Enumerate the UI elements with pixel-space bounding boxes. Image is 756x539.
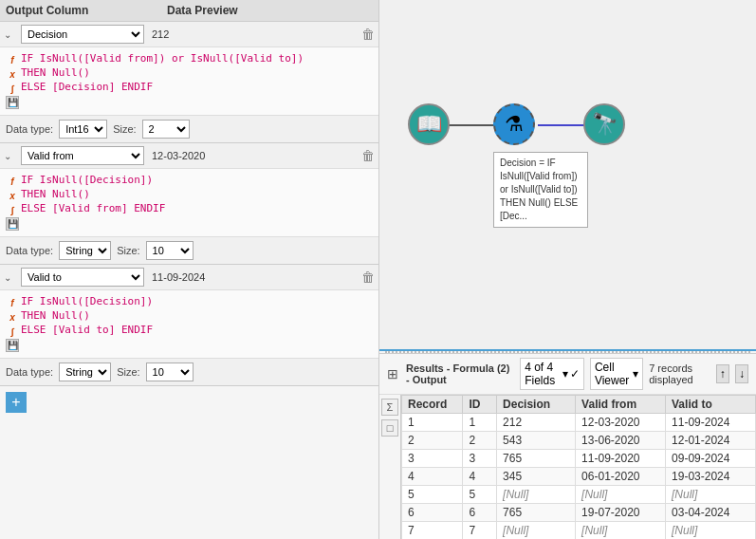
formula-block-validfrom: f x ∫ 💾 IF IsNull([Decision]) THEN Null(…: [0, 169, 378, 236]
cell-validfrom: 12-03-2020: [576, 414, 666, 432]
size-label-decision: Size:: [113, 123, 136, 135]
table-with-side: Σ □ Record ID Decision Valid from Valid …: [379, 395, 756, 539]
formula-text-1vf: IF IsNull([Decision]): [21, 173, 153, 187]
nav-down-button[interactable]: ↓: [735, 364, 748, 383]
left-panel: Output Column Data Preview ⌄ Decision 21…: [0, 0, 379, 539]
field-block-validto: ⌄ Valid to 11-09-2024 🗑 f x ∫ 💾 IF IsNul…: [0, 265, 378, 386]
checkbox-icon[interactable]: □: [381, 419, 398, 437]
formula-text-1a: IF IsNull([Valid from]) or IsNull([Valid…: [21, 51, 304, 65]
fields-dropdown[interactable]: 4 of 4 Fields ▾ ✓: [520, 358, 584, 390]
cell-record: 2: [402, 432, 463, 450]
cell-id: 1: [463, 414, 497, 432]
chevron-icon-decision[interactable]: ⌄: [4, 29, 17, 40]
type-row-validfrom: Data type: String Size: 10: [0, 236, 378, 264]
delete-btn-validfrom[interactable]: 🗑: [361, 148, 375, 163]
formula-text-2vf: THEN Null(): [21, 187, 90, 201]
field-row-validfrom: ⌄ Valid from 12-03-2020 🗑: [0, 143, 378, 169]
col-header-decision: Decision: [497, 396, 576, 414]
formula-icon-vf3: ∫: [6, 203, 19, 216]
table-header-row: Record ID Decision Valid from Valid to: [402, 396, 756, 414]
field-name-select-validto[interactable]: Valid to: [21, 268, 144, 287]
connector-formula-output: [538, 124, 585, 126]
cell-record: 4: [402, 468, 463, 486]
cell-validfrom: 11-09-2020: [576, 450, 666, 468]
chevron-icon-validto[interactable]: ⌄: [4, 272, 17, 283]
results-controls: 4 of 4 Fields ▾ ✓ Cell Viewer ▾ 7 record…: [520, 358, 748, 390]
formula-icon-vt2: x: [6, 310, 19, 324]
preview-value-validto: 11-09-2024: [152, 271, 205, 283]
field-name-select-decision[interactable]: Decision: [21, 25, 144, 44]
save-icon-decision[interactable]: 💾: [6, 96, 19, 109]
formula-block-validto: f x ∫ 💾 IF IsNull([Decision]) THEN Null(…: [0, 290, 378, 358]
table-row: 7 7 [Null] [Null] [Null]: [402, 522, 756, 540]
type-row-validto: Data type: String Size: 10: [0, 358, 378, 385]
fields-count: 4 of 4 Fields: [525, 361, 561, 387]
panel-header: Output Column Data Preview: [0, 0, 378, 22]
cell-decision: 765: [497, 450, 576, 468]
chevron-icon-validfrom[interactable]: ⌄: [4, 151, 17, 161]
type-row-decision: Data type: Int16 Size: 2: [0, 115, 378, 142]
table-row: 6 6 765 19-07-2020 03-04-2024: [402, 504, 756, 522]
output-column-header: Output Column: [6, 4, 167, 17]
table-row: 2 2 543 13-06-2020 12-01-2024: [402, 432, 756, 450]
input-node-icon: 📖: [408, 103, 450, 145]
cell-record: 1: [402, 414, 463, 432]
table-row: 3 3 765 11-09-2020 09-09-2024: [402, 450, 756, 468]
delete-btn-decision[interactable]: 🗑: [361, 27, 375, 42]
fields-dropdown-icon: ▾: [562, 367, 568, 381]
results-table-container: Σ □ Record ID Decision Valid from Valid …: [379, 395, 756, 539]
size-label-validto: Size:: [117, 366, 139, 378]
cell-record: 6: [402, 504, 463, 522]
cell-validfrom: [Null]: [576, 522, 666, 540]
input-node[interactable]: 📖: [408, 103, 450, 145]
size-label-validfrom: Size:: [117, 245, 139, 256]
formula-node-icon: ⚗: [493, 103, 535, 145]
side-toolbar: Σ □: [379, 395, 401, 539]
datatype-select-validto[interactable]: String: [59, 362, 111, 381]
formula-icons-decision: f x ∫ 💾: [4, 51, 21, 111]
results-panel: ⊞ Results - Formula (2) - Output 4 of 4 …: [379, 349, 756, 539]
formula-node[interactable]: ⚗: [493, 103, 535, 145]
formula-line-2-decision: THEN Null(): [21, 65, 375, 80]
size-select-decision[interactable]: 2: [142, 120, 190, 139]
sigma-icon[interactable]: Σ: [381, 399, 398, 416]
data-preview-header: Data Preview: [167, 4, 373, 17]
datatype-select-decision[interactable]: Int16: [59, 120, 107, 139]
nav-up-button[interactable]: ↑: [716, 364, 729, 383]
cell-validfrom: 13-06-2020: [576, 432, 666, 450]
col-header-record: Record: [402, 396, 463, 414]
delete-btn-validto[interactable]: 🗑: [361, 270, 375, 285]
results-table-icon: ⊞: [387, 366, 398, 381]
cell-decision: [Null]: [497, 486, 576, 504]
save-icon-validto[interactable]: 💾: [6, 339, 19, 352]
output-node[interactable]: 🔭: [583, 103, 625, 145]
field-name-select-validfrom[interactable]: Valid from: [21, 146, 144, 165]
formula-line-1-decision: IF IsNull([Valid from]) or IsNull([Valid…: [21, 51, 375, 65]
fields-checkmark: ✓: [570, 367, 580, 381]
formula-text-3vt: ELSE [Valid to] ENDIF: [21, 323, 153, 337]
viewer-dropdown[interactable]: Cell Viewer ▾: [590, 358, 643, 390]
datatype-select-validfrom[interactable]: String: [59, 241, 111, 260]
size-select-validto[interactable]: 10: [146, 362, 194, 381]
field-block-decision: ⌄ Decision 212 🗑 f x ∫ 💾 IF IsNull([Vali…: [0, 22, 378, 143]
formula-block-decision: f x ∫ 💾 IF IsNull([Valid from]) or IsNul…: [0, 47, 378, 115]
cell-validto: 03-04-2024: [666, 504, 756, 522]
add-field-button[interactable]: +: [6, 392, 27, 413]
datatype-label-validto: Data type:: [6, 366, 53, 378]
cell-decision: [Null]: [497, 522, 576, 540]
cell-validto: 12-01-2024: [666, 432, 756, 450]
field-block-validfrom: ⌄ Valid from 12-03-2020 🗑 f x ∫ 💾 IF IsN…: [0, 143, 378, 265]
cell-id: 5: [463, 486, 497, 504]
save-icon-validfrom[interactable]: 💾: [6, 217, 19, 231]
cell-validto: [Null]: [666, 486, 756, 504]
col-header-validfrom: Valid from: [576, 396, 666, 414]
cell-validto: 19-03-2024: [666, 468, 756, 486]
formula-icon-vt1: f: [6, 296, 19, 309]
formula-icons-validfrom: f x ∫ 💾: [4, 173, 21, 232]
formula-text-3a: ELSE [Decision] ENDIF: [21, 80, 153, 94]
size-select-validfrom[interactable]: 10: [146, 241, 194, 260]
formula-icon-3: ∫: [6, 82, 19, 95]
formula-icon-1: f: [6, 53, 19, 66]
preview-value-decision: 212: [152, 28, 169, 40]
cell-record: 5: [402, 486, 463, 504]
